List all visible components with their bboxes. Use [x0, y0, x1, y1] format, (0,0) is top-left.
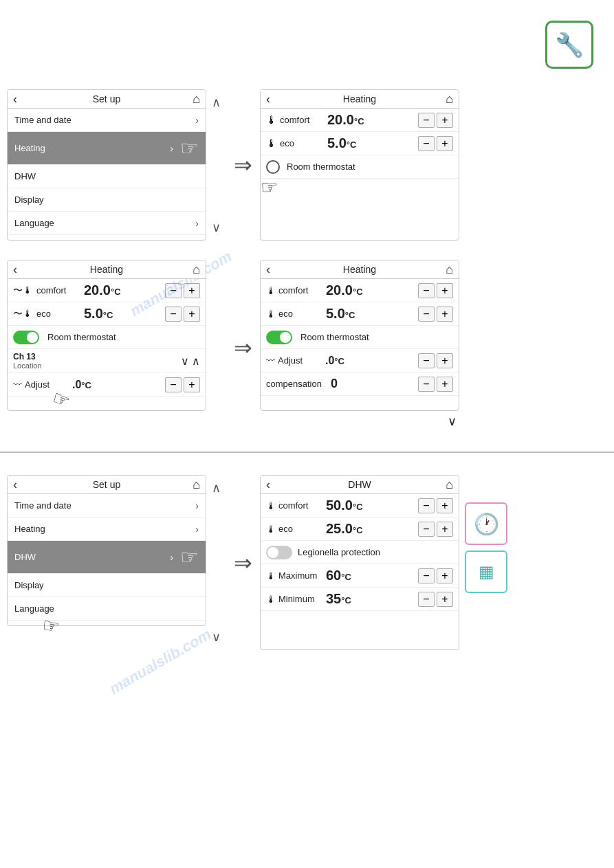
heating-title-s1r: Heating	[343, 93, 376, 104]
scroll-col-s1: ∧ ∨	[206, 89, 226, 241]
dhw-comfort-plus[interactable]: +	[437, 498, 453, 513]
dhw-min-minus[interactable]: −	[418, 592, 435, 607]
down-arrow-s2r[interactable]: ∨	[260, 414, 459, 429]
down-arrow-s3[interactable]: ∨	[212, 630, 221, 645]
eco-minus-s1[interactable]: −	[418, 136, 435, 151]
comfort-minus-s2r[interactable]: −	[418, 283, 435, 298]
dhw-max-minus[interactable]: −	[418, 568, 435, 583]
room-thermostat-label-s2l: Room thermostat	[47, 332, 116, 342]
comfort-val-s2r: 20.0°C	[326, 282, 415, 298]
zigzag-eco-s2l: 〜🌡	[13, 308, 32, 320]
home-icon-s3l[interactable]: ⌂	[193, 478, 200, 492]
dhw-grid-icon-box[interactable]: ▦	[465, 550, 507, 593]
dhw-comfort-label: comfort	[278, 500, 323, 511]
adjust-plus-s2l[interactable]: +	[184, 377, 200, 392]
compensation-val-s2r: 0	[331, 377, 415, 391]
chevron-language: ›	[195, 218, 199, 229]
adjust-row-s2r: 〰 Adjust .0°C − +	[261, 349, 459, 372]
comfort-minus-s1[interactable]: −	[418, 113, 435, 128]
room-thermostat-toggle-s2l[interactable]	[13, 331, 39, 344]
menu-item-dhw[interactable]: DHW	[8, 165, 206, 188]
menu-item-heating[interactable]: Heating › ☞	[8, 132, 206, 165]
back-button-s3r[interactable]: ‹	[266, 478, 270, 492]
eco-minus-s2l[interactable]: −	[165, 307, 182, 322]
eco-pm-s1: − +	[418, 136, 453, 151]
comfort-row-s2l: 〜🌡 comfort 20.0°C − +	[8, 279, 206, 302]
comfort-label-s2r: comfort	[278, 285, 323, 296]
section3-right-header: ‹ DHW ⌂	[261, 476, 459, 494]
home-icon-s1r[interactable]: ⌂	[446, 92, 453, 107]
home-icon-s2l[interactable]: ⌂	[193, 263, 200, 277]
room-thermostat-row-s1[interactable]: Room thermostat ☞	[261, 155, 459, 179]
back-button-s2r[interactable]: ‹	[266, 263, 270, 277]
dhw-eco-plus[interactable]: +	[437, 522, 453, 537]
menu-item-language-s3[interactable]: Language	[8, 597, 206, 621]
down-arrow-s1[interactable]: ∨	[212, 220, 221, 235]
dhw-eco-minus[interactable]: −	[418, 522, 435, 537]
setup-title-s3l: Set up	[93, 479, 120, 490]
legionella-toggle[interactable]	[266, 546, 292, 559]
up-arrow-s3[interactable]: ∧	[212, 480, 221, 496]
location-row-s2l: Ch 13 Location ∨ ∧	[8, 349, 206, 373]
eco-plus-s2l[interactable]: +	[184, 307, 200, 322]
comfort-plus-s1[interactable]: +	[437, 113, 453, 128]
dhw-min-plus[interactable]: +	[437, 592, 453, 607]
menu-item-heating-s3[interactable]: Heating ›	[8, 518, 206, 541]
compensation-plus-s2r[interactable]: +	[437, 377, 453, 392]
menu-item-dhw-s3[interactable]: DHW › ☞	[8, 541, 206, 574]
section1-right-header: ‹ Heating ⌂	[261, 90, 459, 109]
chevron-down-s2l[interactable]: ∨	[181, 355, 189, 368]
eco-label-s2r: eco	[278, 309, 323, 319]
dhw-comfort-minus[interactable]: −	[418, 498, 435, 513]
eco-minus-s2r[interactable]: −	[418, 307, 435, 322]
back-button-s1r[interactable]: ‹	[266, 92, 270, 107]
back-button-s2l[interactable]: ‹	[13, 263, 17, 277]
thermo-dhw-min: 🌡	[266, 594, 276, 605]
menu-item-display[interactable]: Display	[8, 188, 206, 212]
dhw-max-row: 🌡 Maximum 60°C − +	[261, 564, 459, 588]
comfort-plus-s2r[interactable]: +	[437, 283, 453, 298]
room-thermostat-toggle-s2r[interactable]	[266, 331, 292, 344]
comfort-val-s1: 20.0°C	[327, 112, 415, 128]
menu-item-language[interactable]: Language ›	[8, 212, 206, 235]
room-thermostat-label-s2r: Room thermostat	[300, 332, 369, 342]
thermometer-eco-s1: 🌡	[266, 137, 277, 150]
thermometer-comfort-s1: 🌡	[266, 114, 277, 126]
section2-right-panel: ‹ Heating ⌂ 🌡 comfort 20.0°C − + 🌡 eco 5…	[260, 260, 459, 435]
dhw-min-row: 🌡 Minimum 35°C − +	[261, 588, 459, 611]
adjust-minus-s2r[interactable]: −	[418, 353, 435, 368]
heating-title-s2l: Heating	[90, 264, 123, 275]
comfort-val-s2l: 20.0°C	[84, 282, 162, 298]
home-icon-s2r[interactable]: ⌂	[446, 263, 453, 277]
menu-item-time-s3[interactable]: Time and date ›	[8, 494, 206, 518]
adjust-minus-s2l[interactable]: −	[165, 377, 182, 392]
dhw-max-plus[interactable]: +	[437, 568, 453, 583]
setup-title-s1: Set up	[93, 93, 120, 104]
dhw-title-s3r: DHW	[348, 479, 371, 490]
compensation-row-s2r: compensation 0 − +	[261, 372, 459, 396]
dhw-min-val: 35°C	[326, 591, 415, 607]
dhw-clock-icon-box[interactable]: 🕐	[465, 502, 507, 545]
dhw-max-val: 60°C	[326, 568, 415, 583]
eco-plus-s2r[interactable]: +	[437, 307, 453, 322]
menu-item-display-s3[interactable]: Display	[8, 574, 206, 597]
comfort-plus-s2l[interactable]: +	[184, 283, 200, 298]
adjust-val-s2r: .0°C	[325, 355, 415, 367]
comfort-pm-s1: − +	[418, 113, 453, 128]
thermostat-circle-s1	[266, 160, 280, 174]
compensation-minus-s2r[interactable]: −	[418, 377, 435, 392]
section2: ‹ Heating ⌂ 〜🌡 comfort 20.0°C − + 〜🌡 eco…	[7, 260, 607, 435]
home-icon-s1l[interactable]: ⌂	[193, 92, 200, 107]
up-arrow-s1[interactable]: ∧	[212, 95, 221, 110]
back-button-s1l[interactable]: ‹	[13, 92, 17, 107]
chevron-up-s2l[interactable]: ∧	[192, 355, 200, 368]
eco-plus-s1[interactable]: +	[437, 136, 453, 151]
adjust-plus-s2r[interactable]: +	[437, 353, 453, 368]
eco-row-s1: 🌡 eco 5.0°C − +	[261, 132, 459, 155]
comfort-label-s1: comfort	[280, 115, 325, 125]
back-button-s3l[interactable]: ‹	[13, 478, 17, 492]
home-icon-s3r[interactable]: ⌂	[446, 478, 453, 492]
comfort-minus-s2l[interactable]: −	[165, 283, 182, 298]
comfort-row-s2r: 🌡 comfort 20.0°C − +	[261, 279, 459, 302]
menu-item-time[interactable]: Time and date ›	[8, 109, 206, 132]
